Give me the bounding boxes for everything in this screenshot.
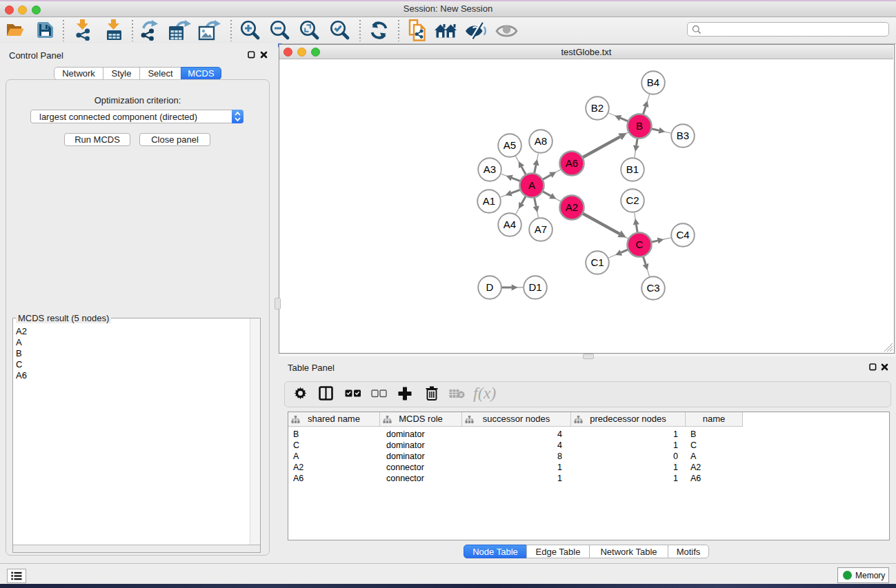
- svg-text:C3: C3: [646, 282, 659, 294]
- svg-text:A8: A8: [535, 135, 547, 147]
- svg-text:B2: B2: [591, 102, 604, 114]
- svg-text:B3: B3: [677, 130, 689, 141]
- svg-text:A7: A7: [535, 223, 547, 235]
- svg-text:C1: C1: [590, 256, 604, 268]
- svg-text:B: B: [636, 120, 643, 132]
- svg-text:A2: A2: [566, 201, 578, 213]
- svg-text:D1: D1: [528, 281, 541, 293]
- svg-text:A4: A4: [504, 219, 516, 230]
- svg-text:D: D: [486, 281, 494, 293]
- svg-text:A3: A3: [484, 163, 496, 175]
- svg-text:A6: A6: [566, 157, 578, 169]
- svg-text:A: A: [528, 179, 535, 191]
- svg-text:A5: A5: [504, 139, 516, 151]
- svg-text:C2: C2: [626, 194, 639, 206]
- svg-text:B4: B4: [647, 77, 659, 88]
- svg-text:B1: B1: [626, 163, 639, 175]
- svg-text:C4: C4: [676, 229, 689, 241]
- svg-text:C: C: [636, 239, 644, 250]
- svg-text:A1: A1: [483, 195, 495, 207]
